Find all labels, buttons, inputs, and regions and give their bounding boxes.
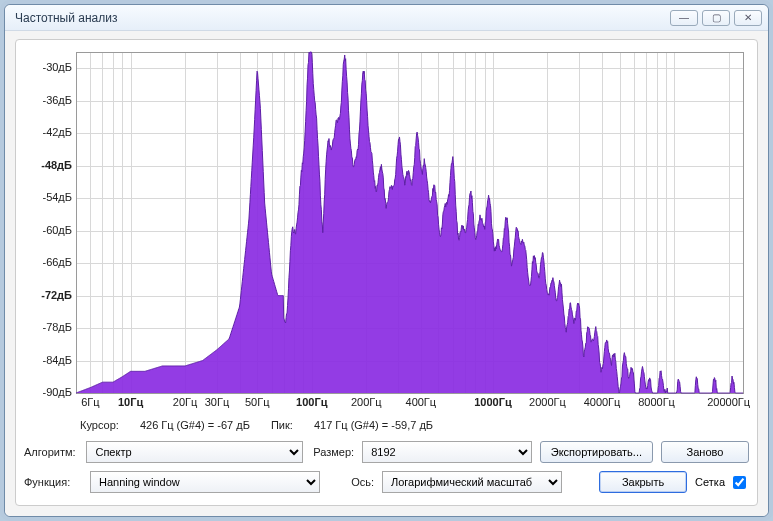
size-select[interactable]: 8192 bbox=[362, 441, 532, 463]
grid-checkbox[interactable] bbox=[733, 476, 746, 489]
algo-label: Алгоритм: bbox=[24, 446, 78, 458]
peak-label: Пик: bbox=[271, 419, 293, 431]
peak-value: 417 Гц (G#4) = -59,7 дБ bbox=[314, 419, 433, 431]
close-window-button[interactable]: ✕ bbox=[734, 10, 762, 26]
cursor-label: Курсор: bbox=[80, 419, 119, 431]
window-function-select[interactable]: Hanning window bbox=[90, 471, 320, 493]
axis-label: Ось: bbox=[328, 476, 374, 488]
titlebar[interactable]: Частотный анализ — ▢ ✕ bbox=[5, 5, 768, 31]
cursor-value: 426 Гц (G#4) = -67 дБ bbox=[140, 419, 250, 431]
redo-button[interactable]: Заново bbox=[661, 441, 749, 463]
spectrum-plot[interactable] bbox=[22, 46, 751, 415]
cursor-info: Курсор: 426 Гц (G#4) = -67 дБ Пик: 417 Г… bbox=[22, 415, 751, 437]
axis-scale-select[interactable]: Логарифмический масштаб bbox=[382, 471, 562, 493]
export-button[interactable]: Экспортировать... bbox=[540, 441, 653, 463]
window-title: Частотный анализ bbox=[15, 11, 117, 25]
function-label: Функция: bbox=[24, 476, 82, 488]
minimize-button[interactable]: — bbox=[670, 10, 698, 26]
close-button[interactable]: Закрыть bbox=[599, 471, 687, 493]
size-label: Размер: bbox=[311, 446, 354, 458]
algorithm-select[interactable]: Спектр bbox=[86, 441, 303, 463]
grid-label: Сетка bbox=[695, 476, 725, 488]
maximize-button[interactable]: ▢ bbox=[702, 10, 730, 26]
dialog-window: Частотный анализ — ▢ ✕ Курсор: 426 Гц (G… bbox=[4, 4, 769, 517]
